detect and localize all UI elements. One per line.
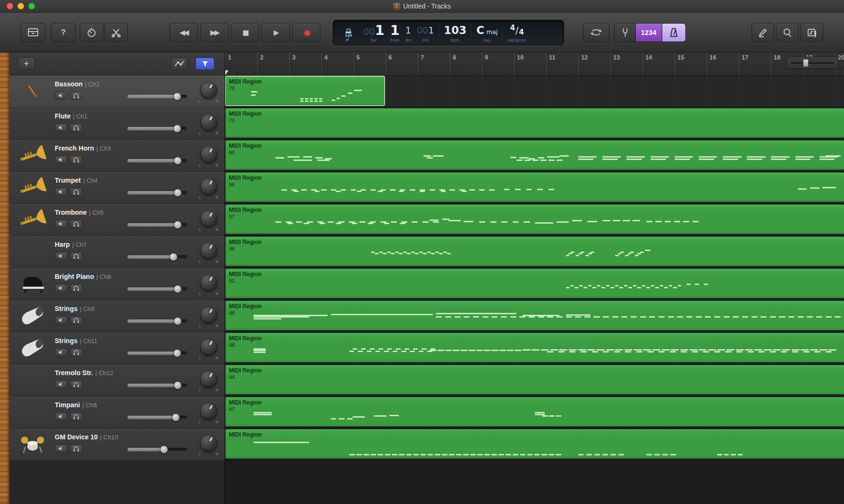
midi-region[interactable]: MIDI Region 60	[225, 140, 844, 170]
ruler-bar-14[interactable]: 14	[642, 52, 675, 75]
media-browser-button[interactable]	[801, 23, 823, 42]
volume-thumb[interactable]	[173, 125, 181, 133]
volume-slider[interactable]	[127, 191, 187, 194]
solo-button[interactable]	[70, 220, 82, 228]
cycle-button[interactable]	[583, 23, 609, 42]
volume-slider[interactable]	[127, 287, 187, 291]
count-in-button[interactable]: 1234	[636, 23, 662, 42]
add-track-button[interactable]: +	[18, 57, 35, 70]
volume-thumb[interactable]	[173, 349, 181, 357]
volume-thumb[interactable]	[174, 285, 182, 293]
track-lane[interactable]: MIDI Region 01	[225, 268, 844, 300]
volume-thumb[interactable]	[174, 221, 182, 229]
forward-button[interactable]: ▶▶	[200, 23, 228, 42]
mute-button[interactable]	[55, 348, 67, 356]
ruler-bar-1[interactable]: 1	[225, 52, 257, 75]
midi-region[interactable]: MIDI Region 48	[225, 301, 844, 330]
pan-knob[interactable]	[200, 306, 217, 323]
solo-button[interactable]	[70, 156, 82, 164]
volume-thumb[interactable]	[174, 381, 182, 389]
pan-knob[interactable]	[200, 370, 217, 387]
solo-button[interactable]	[70, 316, 82, 324]
timeline-ruler[interactable]: 1234567891011121314151617181920	[225, 52, 844, 76]
pan-knob[interactable]	[200, 178, 217, 195]
track-row[interactable]: French Horn| Ch3 L R	[9, 140, 225, 172]
solo-button[interactable]	[70, 412, 82, 420]
stop-button[interactable]: ■	[231, 23, 259, 42]
volume-slider[interactable]	[127, 159, 187, 162]
quick-help-button[interactable]: ?	[51, 23, 76, 42]
record-button[interactable]: ●	[292, 23, 321, 42]
close-button[interactable]	[7, 3, 13, 9]
ruler-bar-6[interactable]: 6	[386, 52, 418, 75]
volume-thumb[interactable]	[173, 92, 181, 101]
ruler-bar-11[interactable]: 11	[546, 52, 578, 75]
track-row[interactable]: Bright Piano| Ch8 L R	[9, 268, 225, 300]
catch-playhead-button[interactable]	[195, 58, 214, 70]
solo-button[interactable]	[70, 348, 82, 356]
metronome-button[interactable]	[662, 23, 686, 42]
solo-button[interactable]	[70, 445, 82, 453]
track-row[interactable]: GM Device 10| Ch10 L R	[9, 428, 225, 461]
ruler-bar-12[interactable]: 12	[578, 52, 610, 75]
volume-slider[interactable]	[127, 448, 187, 451]
solo-button[interactable]	[70, 188, 82, 196]
ruler-bar-15[interactable]: 15	[675, 52, 707, 75]
notepad-button[interactable]	[751, 23, 774, 42]
minimize-button[interactable]	[17, 3, 24, 9]
volume-slider[interactable]	[127, 95, 187, 98]
ruler-bar-3[interactable]: 3	[289, 52, 321, 75]
track-row[interactable]: Tremolo Str.| Ch12 L R	[9, 364, 225, 396]
rewind-button[interactable]: ◀◀	[169, 23, 198, 42]
ruler-bar-9[interactable]: 9	[482, 52, 514, 75]
midi-region[interactable]: MIDI Region 01	[225, 269, 844, 298]
library-button[interactable]	[20, 23, 45, 42]
ruler-bar-4[interactable]: 4	[321, 52, 354, 75]
volume-slider[interactable]	[127, 384, 187, 387]
volume-thumb[interactable]	[169, 253, 177, 261]
mute-button[interactable]	[55, 220, 67, 228]
track-lane[interactable]: MIDI Region 46	[225, 236, 844, 268]
ruler-bar-5[interactable]: 5	[354, 52, 386, 75]
midi-region[interactable]: MIDI Region 57	[225, 204, 844, 234]
mute-button[interactable]	[55, 124, 67, 132]
track-lane[interactable]: MIDI Region 47	[225, 396, 844, 428]
pan-knob[interactable]	[200, 435, 217, 452]
zoom-button[interactable]	[28, 3, 35, 9]
smart-controls-button[interactable]	[80, 23, 103, 42]
track-lane[interactable]: MIDI Region 48	[225, 332, 844, 364]
ruler-bar-2[interactable]: 2	[257, 52, 289, 75]
mute-button[interactable]	[55, 284, 67, 292]
volume-thumb[interactable]	[160, 445, 168, 454]
volume-thumb[interactable]	[174, 317, 182, 325]
midi-region[interactable]: MIDI Region 44	[225, 365, 844, 395]
solo-button[interactable]	[70, 124, 82, 132]
track-row[interactable]: Timpani| Ch6 L R	[9, 396, 225, 428]
track-lane[interactable]: MIDI Region 48	[225, 300, 844, 332]
volume-slider[interactable]	[127, 127, 187, 130]
pan-knob[interactable]	[200, 242, 217, 259]
pan-knob[interactable]	[200, 146, 217, 163]
volume-slider[interactable]	[127, 255, 187, 259]
zoom-slider-thumb[interactable]	[803, 59, 809, 67]
tuner-button[interactable]	[614, 23, 636, 42]
mute-button[interactable]	[55, 156, 67, 164]
track-row[interactable]: Strings| Ch9 L R	[9, 300, 225, 332]
volume-slider[interactable]	[127, 352, 187, 355]
ruler-bar-7[interactable]: 7	[418, 52, 450, 75]
mute-button[interactable]	[55, 316, 67, 324]
ruler-bar-16[interactable]: 16	[707, 52, 739, 75]
midi-region[interactable]: MIDI Region 46	[225, 236, 844, 266]
midi-region[interactable]: MIDI Region	[225, 429, 844, 459]
track-lane[interactable]: MIDI Region 56	[225, 172, 844, 204]
loop-browser-button[interactable]	[776, 23, 799, 42]
volume-slider[interactable]	[127, 223, 187, 227]
editors-button[interactable]	[104, 23, 128, 42]
mute-button[interactable]	[55, 92, 67, 100]
mute-button[interactable]	[55, 380, 67, 388]
midi-region[interactable]: MIDI Region 48	[225, 333, 844, 362]
play-button[interactable]: ▶	[262, 23, 290, 42]
ruler-bar-8[interactable]: 8	[450, 52, 482, 75]
mute-button[interactable]	[55, 252, 67, 260]
track-row[interactable]: Harp| Ch7 L R	[9, 236, 225, 268]
